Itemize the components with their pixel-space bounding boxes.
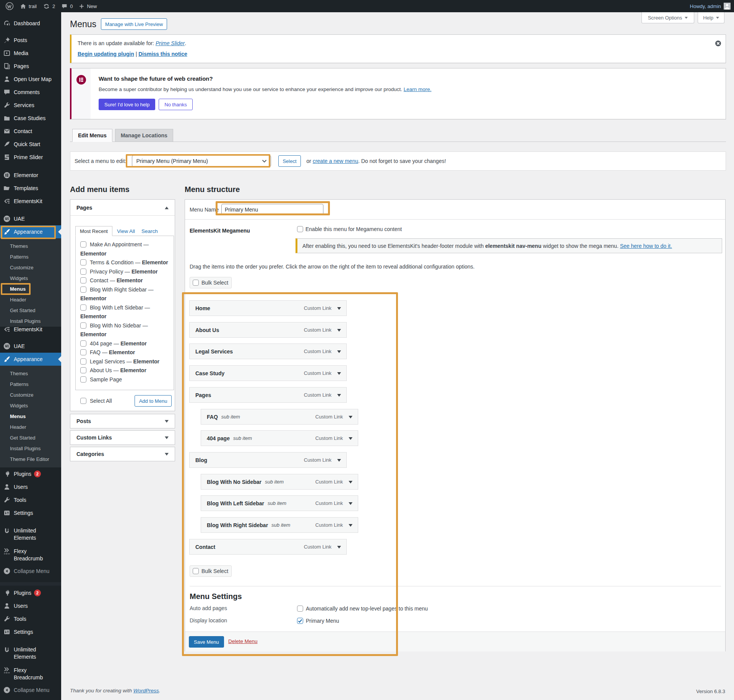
see-here-how-link[interactable]: See here how to do it. bbox=[620, 243, 672, 249]
sidebar-item-elementor[interactable]: Elementor bbox=[0, 169, 61, 182]
select-button[interactable]: Select bbox=[278, 155, 300, 167]
pages-panel-header[interactable]: Pages bbox=[70, 200, 175, 216]
no-thanks-button[interactable]: No thanks bbox=[159, 99, 193, 110]
sidebar-subitem-header[interactable]: Header bbox=[0, 422, 61, 433]
display-location-checkbox[interactable] bbox=[297, 618, 303, 624]
page-item-checkbox[interactable] bbox=[80, 259, 86, 265]
page-item-checkbox[interactable] bbox=[80, 322, 86, 329]
item-options-arrow-icon[interactable] bbox=[337, 394, 341, 399]
sidebar-item-open-user-map[interactable]: Open User Map bbox=[0, 73, 61, 86]
item-options-arrow-icon[interactable] bbox=[337, 459, 341, 464]
page-item-checkbox[interactable] bbox=[80, 269, 86, 275]
item-options-arrow-icon[interactable] bbox=[349, 502, 352, 507]
item-options-arrow-icon[interactable] bbox=[349, 416, 352, 420]
sidebar-item-plugins[interactable]: Plugins2 bbox=[0, 467, 61, 480]
sidebar-subitem-customize[interactable]: Customize bbox=[0, 262, 61, 273]
delete-menu-link[interactable]: Delete Menu bbox=[228, 638, 258, 644]
menu-item-404-page[interactable]: 404 pagesub itemCustom Link bbox=[201, 430, 358, 446]
menu-item-case-study[interactable]: Case StudyCustom Link bbox=[189, 365, 347, 381]
sidebar-item-appearance[interactable]: Appearance bbox=[0, 225, 61, 238]
sidebar-item-media[interactable]: Media bbox=[0, 47, 61, 60]
begin-updating-plugin-link[interactable]: Begin updating plugin bbox=[78, 51, 134, 57]
sidebar-item-collapse-menu[interactable]: Collapse Menu bbox=[0, 565, 61, 578]
create-new-menu-link[interactable]: create a new menu bbox=[313, 158, 358, 164]
bulk-select-checkbox[interactable] bbox=[193, 280, 199, 286]
item-options-arrow-icon[interactable] bbox=[349, 524, 352, 529]
sidebar-item-unlimited-elements[interactable]: Unlimited Elements bbox=[0, 642, 61, 663]
sidebar-item-users[interactable]: Users bbox=[0, 599, 61, 612]
prime-slider-link[interactable]: Prime Slider bbox=[156, 40, 185, 46]
tab-manage-locations[interactable]: Manage Locations bbox=[115, 129, 173, 142]
page-item-checkbox[interactable] bbox=[80, 349, 86, 355]
sidebar-item-contact[interactable]: Contact bbox=[0, 125, 61, 138]
page-item-checkbox[interactable] bbox=[80, 241, 86, 247]
wordpress-link[interactable]: WordPress bbox=[133, 688, 159, 693]
sidebar-item-tools[interactable]: Tools bbox=[0, 612, 61, 625]
sidebar-subitem-themes[interactable]: Themes bbox=[0, 241, 61, 252]
tab-edit-menus[interactable]: Edit Menus bbox=[72, 129, 112, 142]
sidebar-item-flexy-breadcrumb[interactable]: Flexy Breadcrumb bbox=[0, 663, 61, 684]
new-content-link[interactable]: New bbox=[76, 0, 100, 12]
menu-item-home[interactable]: HomeCustom Link bbox=[189, 300, 347, 316]
sidebar-subitem-theme-file-editor[interactable]: Theme File Editor bbox=[0, 454, 61, 465]
item-options-arrow-icon[interactable] bbox=[349, 437, 352, 442]
sidebar-item-templates[interactable]: Templates bbox=[0, 182, 61, 195]
dismiss-this-notice-link[interactable]: Dismiss this notice bbox=[138, 51, 187, 57]
avatar[interactable] bbox=[724, 3, 731, 10]
menu-item-blog-with-left-sidebar[interactable]: Blog With Left Sidebarsub itemCustom Lin… bbox=[201, 495, 358, 511]
save-menu-button[interactable]: Save Menu bbox=[189, 636, 224, 648]
menu-item-contact[interactable]: ContactCustom Link bbox=[189, 539, 347, 555]
sidebar-item-case-studies[interactable]: Case Studies bbox=[0, 112, 61, 125]
sidebar-subitem-header[interactable]: Header bbox=[0, 295, 61, 305]
sidebar-item-users[interactable]: Users bbox=[0, 480, 61, 493]
sidebar-subitem-patterns[interactable]: Patterns bbox=[0, 252, 61, 262]
pages-tab-search[interactable]: Search bbox=[141, 228, 158, 234]
sidebar-subitem-widgets[interactable]: Widgets bbox=[0, 273, 61, 284]
sidebar-item-pages[interactable]: Pages bbox=[0, 60, 61, 73]
dismiss-notice-icon[interactable] bbox=[715, 41, 721, 46]
item-options-arrow-icon[interactable] bbox=[349, 481, 352, 485]
menu-item-legal-services[interactable]: Legal ServicesCustom Link bbox=[189, 343, 347, 359]
item-options-arrow-icon[interactable] bbox=[337, 372, 341, 377]
item-options-arrow-icon[interactable] bbox=[337, 329, 341, 334]
sidebar-subitem-install-plugins[interactable]: Install Plugins bbox=[0, 443, 61, 454]
page-item-checkbox[interactable] bbox=[80, 376, 86, 383]
menu-item-pages[interactable]: PagesCustom Link bbox=[189, 387, 347, 403]
sidebar-subitem-menus[interactable]: Menus bbox=[0, 284, 61, 295]
sidebar-item-elementskit[interactable]: ElementsKit bbox=[0, 195, 61, 208]
manage-live-preview-button[interactable]: Manage with Live Preview bbox=[101, 18, 167, 30]
bulk-select-checkbox[interactable] bbox=[193, 568, 199, 574]
screen-options-button[interactable]: Screen Options bbox=[641, 12, 694, 23]
sidebar-item-services[interactable]: Services bbox=[0, 99, 61, 112]
sidebar-subitem-menus[interactable]: Menus bbox=[0, 411, 61, 422]
page-item-checkbox[interactable] bbox=[80, 287, 86, 293]
sidebar-item-dashboard[interactable]: Dashboard bbox=[0, 17, 61, 30]
sidebar-item-prime-slider[interactable]: Prime Slider bbox=[0, 151, 61, 164]
sure-love-to-help-button[interactable]: Sure! I'd love to help bbox=[99, 99, 155, 110]
menu-item-about-us[interactable]: About UsCustom Link bbox=[189, 322, 347, 338]
menu-item-blog[interactable]: BlogCustom Link bbox=[189, 452, 347, 468]
accordion-header-posts[interactable]: Posts bbox=[70, 414, 175, 428]
sidebar-subitem-install-plugins[interactable]: Install Plugins bbox=[0, 316, 61, 327]
howdy-account-link[interactable]: Howdy, admin bbox=[690, 3, 721, 9]
page-item-checkbox[interactable] bbox=[80, 304, 86, 311]
page-item-checkbox[interactable] bbox=[80, 340, 86, 347]
learn-more-link[interactable]: Learn more. bbox=[404, 86, 432, 92]
help-button[interactable]: Help bbox=[698, 12, 724, 23]
sidebar-item-quick-start[interactable]: Quick Start bbox=[0, 138, 61, 151]
menu-name-input[interactable] bbox=[221, 204, 323, 215]
add-to-menu-button[interactable]: Add to Menu bbox=[135, 395, 172, 407]
sidebar-item-plugins[interactable]: Plugins2 bbox=[0, 586, 61, 599]
sidebar-subitem-customize[interactable]: Customize bbox=[0, 390, 61, 400]
page-item-checkbox[interactable] bbox=[80, 358, 86, 365]
enable-megamenu-checkbox[interactable] bbox=[297, 226, 303, 232]
comments-link[interactable]: 0 bbox=[58, 0, 76, 12]
sidebar-item-unlimited-elements[interactable]: Unlimited Elements bbox=[0, 523, 61, 544]
auto-add-pages-checkbox[interactable] bbox=[297, 606, 303, 612]
sidebar-item-settings[interactable]: Settings bbox=[0, 506, 61, 519]
pages-tab-most-recent[interactable]: Most Recent bbox=[75, 226, 112, 236]
sidebar-item-collapse-menu[interactable]: Collapse Menu bbox=[0, 684, 61, 697]
menu-item-faq[interactable]: FAQsub itemCustom Link bbox=[201, 409, 358, 425]
sidebar-item-uae[interactable]: UAE bbox=[0, 340, 61, 353]
sidebar-item-settings[interactable]: Settings bbox=[0, 625, 61, 638]
